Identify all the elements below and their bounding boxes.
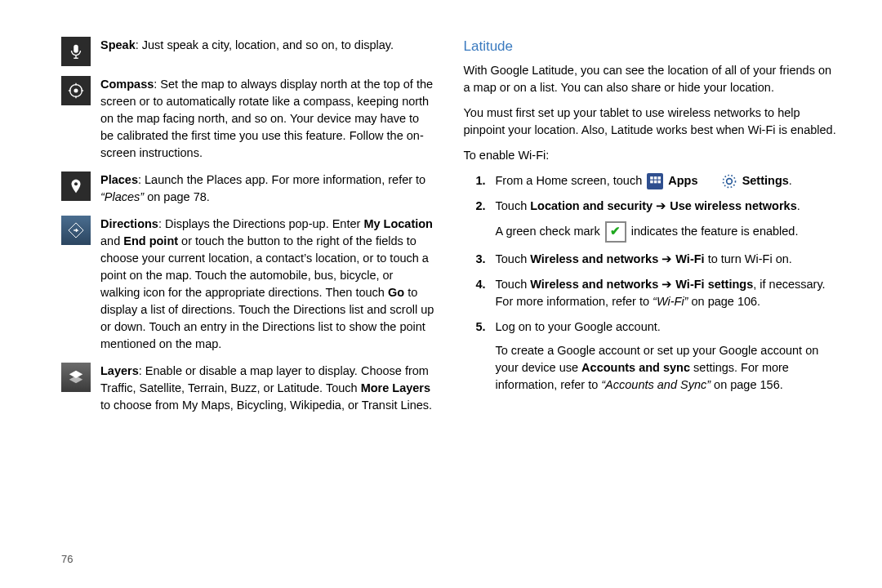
step-5: 5. Log on to your Google account. To cre… bbox=[464, 318, 838, 394]
right-column: Latitude With Google Latitude, you can s… bbox=[464, 37, 838, 424]
svg-rect-14 bbox=[654, 176, 657, 180]
svg-rect-13 bbox=[650, 176, 653, 180]
left-column: Speak: Just speak a city, location, and … bbox=[61, 37, 435, 424]
step-4: 4. Touch Wireless and networks ➔ Wi-Fi s… bbox=[464, 276, 838, 310]
latitude-p1: With Google Latitude, you can see the lo… bbox=[464, 62, 838, 96]
directions-entry: Directions: Displays the Directions pop-… bbox=[61, 216, 435, 353]
apps-icon bbox=[647, 173, 663, 189]
compass-text: Compass: Set the map to always display n… bbox=[100, 76, 435, 162]
directions-text: Directions: Displays the Directions pop-… bbox=[100, 216, 435, 353]
svg-rect-16 bbox=[650, 180, 653, 184]
layers-icon bbox=[61, 363, 91, 392]
compass-icon bbox=[61, 76, 91, 105]
speak-entry: Speak: Just speak a city, location, and … bbox=[61, 37, 435, 66]
compass-entry: Compass: Set the map to always display n… bbox=[61, 76, 435, 162]
layers-text: Layers: Enable or disable a map layer to… bbox=[100, 363, 435, 414]
svg-point-9 bbox=[74, 182, 78, 185]
step-1: 1. From a Home screen, touch Apps Settin… bbox=[464, 172, 838, 189]
checkmark-icon: ✔ bbox=[605, 221, 626, 243]
places-text: Places: Launch the Places app. For more … bbox=[100, 172, 435, 206]
svg-rect-18 bbox=[658, 180, 662, 184]
svg-point-4 bbox=[74, 89, 78, 92]
latitude-p3: To enable Wi-Fi: bbox=[464, 147, 838, 164]
settings-icon bbox=[721, 173, 737, 189]
latitude-heading: Latitude bbox=[464, 37, 838, 57]
directions-icon bbox=[61, 216, 91, 245]
svg-rect-17 bbox=[654, 180, 657, 184]
step-2: 2. Touch Location and security ➔ Use wir… bbox=[464, 198, 838, 243]
layers-entry: Layers: Enable or disable a map layer to… bbox=[61, 363, 435, 414]
microphone-icon bbox=[61, 37, 91, 66]
speak-text: Speak: Just speak a city, location, and … bbox=[100, 37, 435, 66]
svg-rect-15 bbox=[658, 176, 662, 180]
svg-point-19 bbox=[726, 179, 732, 185]
places-entry: Places: Launch the Places app. For more … bbox=[61, 172, 435, 206]
svg-rect-0 bbox=[74, 45, 78, 53]
page-number: 76 bbox=[61, 552, 73, 568]
page: Speak: Just speak a city, location, and … bbox=[0, 0, 882, 440]
wifi-steps: 1. From a Home screen, touch Apps Settin… bbox=[464, 172, 838, 394]
svg-marker-12 bbox=[69, 376, 83, 383]
places-icon bbox=[61, 172, 91, 201]
latitude-p2: You must first set up your tablet to use… bbox=[464, 105, 838, 139]
svg-point-20 bbox=[723, 175, 735, 187]
step-3: 3. Touch Wireless and networks ➔ Wi-Fi t… bbox=[464, 251, 838, 268]
